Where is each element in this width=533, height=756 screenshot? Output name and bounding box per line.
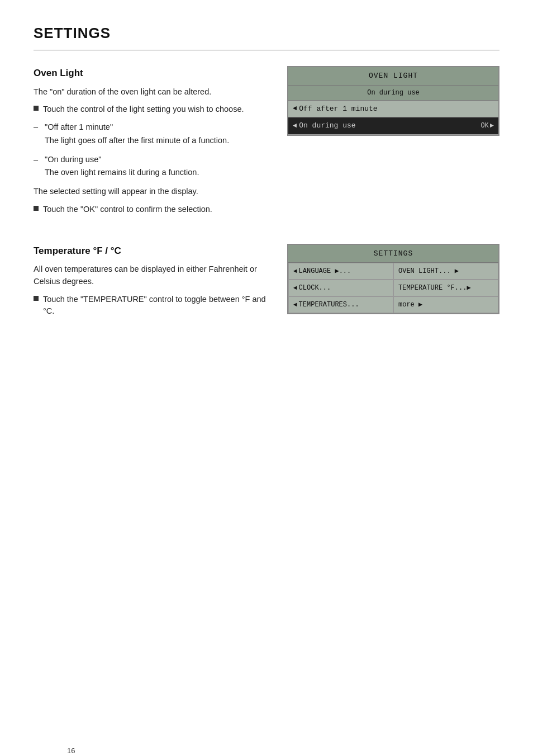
language-arrow-left-icon: ◄ [293, 267, 297, 276]
dash-item-on: "On during use" The oven light remains l… [34, 154, 270, 179]
settings-cell-language[interactable]: ◄ LANGUAGE ▶... [288, 263, 393, 280]
oven-light-row2[interactable]: ◄ On during use OK ► [288, 117, 498, 135]
oven-light-lcd: OVEN LIGHT On during use ◄ Off after 1 m… [287, 66, 499, 136]
page-number: 16 [67, 745, 75, 757]
settings-cell-temperature[interactable]: TEMPERATURE °F...▶ [393, 280, 498, 296]
temperature-bullets: Touch the "TEMPERATURE" control to toggl… [34, 294, 270, 318]
settings-cell-clock[interactable]: ◄ CLOCK... [288, 280, 393, 296]
oven-light-row1[interactable]: ◄ Off after 1 minute [288, 101, 498, 118]
temperatures-arrow-left-icon: ◄ [293, 300, 297, 310]
oven-light-section: Oven Light The "on" duration of the oven… [34, 66, 499, 221]
oven-light-dash-list: "Off after 1 minute" The light goes off … [34, 121, 270, 179]
language-label: LANGUAGE ▶... [299, 266, 351, 276]
row2-arrow-left-icon: ◄ [293, 121, 297, 131]
temperature-bullet1: Touch the "TEMPERATURE" control to toggl… [34, 294, 270, 318]
ok-arrow-right-icon: ► [490, 121, 494, 131]
settings-display-col: SETTINGS ◄ LANGUAGE ▶... OVEN LIGHT... ▶… [287, 244, 499, 324]
temperature-label: TEMPERATURE °F...▶ [398, 283, 471, 293]
settings-cell-temperatures[interactable]: ◄ TEMPERATURES... [288, 296, 393, 313]
oven-light-label: OVEN LIGHT... ▶ [398, 266, 459, 276]
oven-light-note: The selected setting will appear in the … [34, 186, 270, 198]
bullet-square-temp-icon [34, 296, 39, 301]
oven-light-bullets: Touch the control of the light setting y… [34, 103, 270, 116]
clock-label: CLOCK... [299, 283, 331, 293]
oven-light-bullet1: Touch the control of the light setting y… [34, 103, 270, 116]
row1-text: Off after 1 minute [299, 103, 494, 115]
oven-light-lcd-header: OVEN LIGHT [288, 67, 498, 86]
title-divider [34, 50, 499, 50]
oven-light-display-col: OVEN LIGHT On during use ◄ Off after 1 m… [287, 66, 499, 221]
oven-light-lcd-subheader: On during use [288, 86, 498, 101]
bullet-square-icon2 [34, 206, 39, 211]
oven-light-text-col: Oven Light The "on" duration of the oven… [34, 66, 270, 221]
oven-light-title: Oven Light [34, 66, 270, 81]
temperatures-label: TEMPERATURES... [299, 300, 359, 310]
settings-lcd-header: SETTINGS [288, 245, 498, 263]
oven-light-description: The "on" duration of the oven light can … [34, 86, 270, 98]
temperature-text-col: Temperature °F / °C All oven temperature… [34, 244, 270, 324]
temperature-description: All oven temperatures can be displayed i… [34, 263, 270, 288]
ok-label[interactable]: OK [480, 121, 488, 131]
page-title: SETTINGS [34, 22, 499, 44]
temperature-section: Temperature °F / °C All oven temperature… [34, 244, 499, 324]
more-label: more ▶ [398, 300, 422, 310]
settings-grid: ◄ LANGUAGE ▶... OVEN LIGHT... ▶ ◄ CLOCK.… [288, 263, 498, 313]
temperature-title: Temperature °F / °C [34, 244, 270, 258]
clock-arrow-left-icon: ◄ [293, 284, 297, 293]
row1-arrow-left-icon: ◄ [293, 103, 297, 114]
settings-cell-oven-light[interactable]: OVEN LIGHT... ▶ [393, 263, 498, 280]
dash-item-off: "Off after 1 minute" The light goes off … [34, 121, 270, 147]
settings-cell-more[interactable]: more ▶ [393, 296, 498, 313]
oven-light-bullet2: Touch the "OK" control to confirm the se… [34, 204, 270, 216]
oven-light-bullets2: Touch the "OK" control to confirm the se… [34, 204, 270, 216]
bullet-square-icon [34, 106, 39, 111]
settings-lcd: SETTINGS ◄ LANGUAGE ▶... OVEN LIGHT... ▶… [287, 244, 499, 315]
row2-text: On during use [299, 120, 480, 131]
